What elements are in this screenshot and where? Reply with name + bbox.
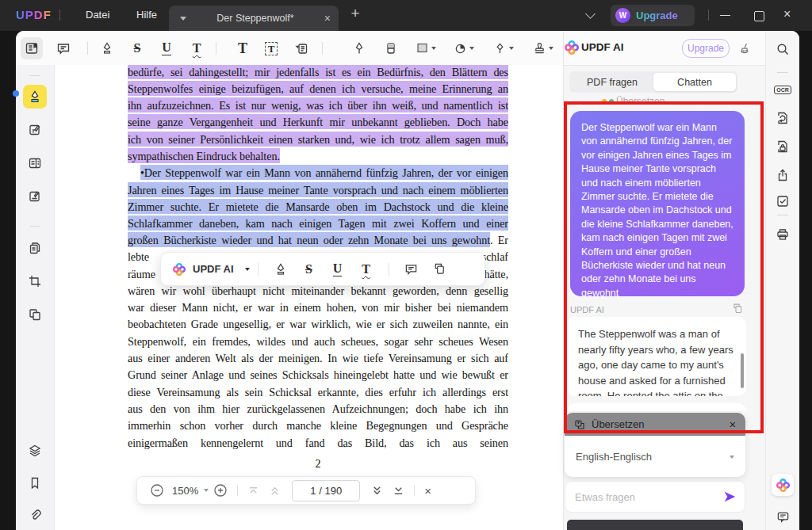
layers-icon [28, 444, 42, 458]
zoom-in-button[interactable] [213, 483, 228, 498]
updf-ai-panel-button[interactable] [772, 474, 794, 496]
maximize-button[interactable] [754, 11, 764, 21]
organize-pages-icon [28, 307, 42, 322]
ai-dropdown-caret-icon[interactable] [245, 268, 250, 271]
protect-button[interactable] [772, 135, 794, 158]
underline-glyph: U [162, 41, 171, 55]
share-button[interactable] [772, 164, 794, 186]
right-sidebar: OCR [765, 31, 799, 530]
language-select[interactable]: English-Englisch [565, 436, 745, 477]
page-number-input[interactable]: 1 / 190 [292, 480, 360, 501]
sidebar-attachment-item[interactable] [23, 503, 47, 527]
window-close-button[interactable]: × [783, 7, 791, 21]
sidebar-highlight-tool[interactable] [23, 85, 47, 109]
selection-copy-button[interactable] [430, 259, 450, 280]
sidebar-layers-item[interactable] [23, 439, 47, 463]
selection-comment-button[interactable] [401, 259, 422, 280]
highlight-tool-button[interactable] [96, 37, 118, 59]
highlighter-icon [100, 41, 114, 55]
selection-squiggly-button[interactable]: T [356, 259, 377, 280]
sidebar-annotate-item[interactable] [23, 118, 47, 142]
sidebar-crop-item[interactable] [23, 269, 47, 293]
comment-tool-button[interactable] [52, 37, 75, 59]
doc-line: aus den von ihm hier zurückgelassenen Au… [128, 401, 508, 418]
stamp-tool-button[interactable] [529, 37, 557, 59]
avatar[interactable]: W [615, 8, 630, 23]
zoom-level[interactable]: 150% [172, 485, 198, 497]
sidebar-divider [777, 215, 788, 215]
underline-tool-button[interactable]: U [155, 37, 178, 59]
app-logo: UPDF [16, 8, 52, 21]
bottom-strip [567, 520, 743, 530]
tab-pdf-fragen[interactable]: PDF fragen [571, 73, 653, 91]
shape-circle-tool-button[interactable] [450, 37, 478, 59]
selection-strikethrough-button[interactable]: S [299, 259, 320, 280]
selection-highlight-button[interactable] [270, 259, 291, 280]
sidebar-form-item[interactable] [23, 151, 47, 175]
circle-shape-icon [454, 42, 467, 55]
feedback-button[interactable] [772, 505, 794, 528]
send-icon[interactable] [722, 490, 737, 504]
share-icon [776, 168, 790, 182]
main-toolbar: S U T T T [16, 31, 799, 66]
eraser-tool-button[interactable] [380, 37, 402, 59]
new-tab-button[interactable]: + [346, 5, 365, 22]
convert-button[interactable] [772, 107, 794, 129]
checkbox-icon [776, 194, 790, 208]
selection-ai-button[interactable]: UPDF AI [193, 263, 234, 275]
approve-button[interactable] [772, 190, 794, 212]
doc-line: Zimmer suchte. Er mietete die Mansarde o… [128, 198, 508, 215]
titlebar-chevron-down-icon[interactable] [585, 9, 596, 19]
print-button[interactable] [772, 223, 794, 246]
shape-square-tool-button[interactable] [412, 37, 440, 59]
dropdown-caret-icon [469, 47, 474, 50]
highlighter-icon [28, 90, 42, 104]
selection-underline-button[interactable]: U [327, 259, 348, 280]
reader-view-button[interactable] [21, 37, 43, 59]
text-box-glyph: T [265, 42, 278, 55]
zoom-out-button[interactable] [150, 483, 164, 498]
search-button[interactable] [772, 38, 794, 60]
app-window: S U T T T [16, 31, 799, 530]
previous-page-button[interactable] [269, 485, 281, 497]
language-caret-icon [730, 456, 734, 459]
sidebar-organize-pages-item[interactable] [23, 303, 47, 326]
sidebar-bookmark-item[interactable] [23, 471, 47, 495]
pencil-tool-button[interactable] [348, 37, 370, 59]
minimize-button[interactable] [720, 15, 730, 16]
text-tool-button[interactable]: T [232, 37, 254, 59]
tab-chatten[interactable]: Chatten [653, 73, 736, 91]
account-upgrade-pill[interactable]: W Upgrade [611, 5, 695, 26]
zoom-caret-icon[interactable] [204, 489, 209, 492]
left-sidebar [16, 65, 55, 530]
ai-upgrade-button[interactable]: Upgrade [682, 39, 730, 58]
dropdown-caret-icon [509, 47, 514, 50]
menu-datei[interactable]: Datei [86, 9, 109, 21]
toolbar-divider [216, 42, 216, 55]
squiggly-underline-tool-button[interactable]: T [186, 37, 208, 59]
text-box-tool-button[interactable]: T [260, 37, 282, 59]
sidebar-divider [29, 75, 40, 76]
crop-icon [28, 274, 42, 288]
reader-view-icon [25, 41, 39, 55]
ask-input[interactable] [573, 490, 722, 504]
tab-chevron-icon[interactable] [180, 17, 186, 21]
pin-tool-button[interactable] [489, 37, 518, 59]
callout-tool-button[interactable] [290, 37, 312, 59]
close-controls-button[interactable]: × [424, 484, 431, 498]
strikethrough-tool-button[interactable]: S [126, 37, 148, 59]
tab-close-icon[interactable]: × [324, 12, 331, 25]
document-tab[interactable]: Der Steppenwolf* × [169, 6, 339, 31]
doc-line: ich von seiner Persönlichkeit einen star… [128, 131, 508, 147]
next-page-button[interactable] [371, 485, 383, 497]
menu-hilfe[interactable]: Hilfe [136, 9, 157, 21]
ocr-icon: OCR [774, 86, 791, 94]
sidebar-signature-item[interactable] [23, 185, 47, 208]
pencil-icon [352, 41, 366, 55]
first-page-button[interactable] [247, 485, 259, 497]
ocr-button[interactable]: OCR [772, 78, 794, 101]
sidebar-pages-copy-item[interactable] [23, 236, 47, 260]
clean-chat-button[interactable] [733, 37, 756, 59]
dropdown-caret-icon [431, 47, 436, 50]
last-page-button[interactable] [393, 485, 404, 497]
